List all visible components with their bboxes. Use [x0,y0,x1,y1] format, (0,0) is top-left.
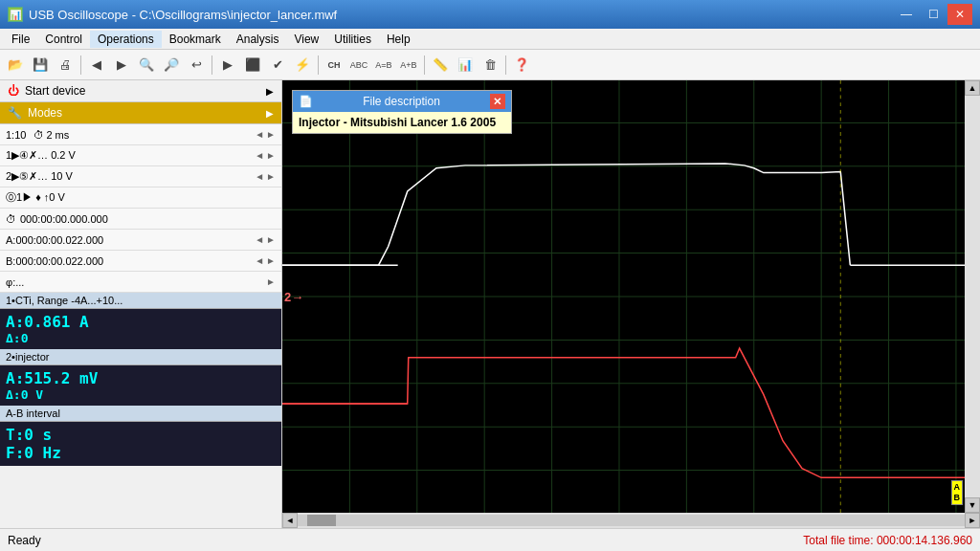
run-button[interactable]: ▶ [216,54,239,77]
maximize-button[interactable]: ☐ [921,4,946,25]
phase-row: φ:... ► [0,272,281,293]
scale-value: 1:10 [6,129,26,141]
trigger-button[interactable]: ⚡ [291,54,314,77]
start-device-button[interactable]: ⏻ Start device ▶ [0,80,281,102]
toolbar: 📂 💾 🖨 ◀ ▶ 🔍 🔎 ↩ ▶ ⬛ ✔ ⚡ CH ABC A=B A+B 📏… [0,50,980,80]
timebase-icon: ⏱ [33,129,44,141]
scale-right-icon[interactable]: ► [266,129,276,140]
titlebar-left: 📊 USB Oscilloscope - C:\Oscillograms\inj… [8,7,337,22]
measure-button[interactable]: 📏 [429,54,452,77]
ch1-amplitude: A:0.861 A [6,313,89,331]
close-button[interactable]: ✕ [947,4,972,25]
status-text: Ready [8,534,41,547]
modes-icon: 🔧 [8,106,22,120]
scope-canvas [282,80,965,513]
scroll-right-button[interactable]: ► [965,513,980,528]
ch2-right-icon[interactable]: ► [266,171,276,182]
cursor-b-left-icon[interactable]: ◄ [255,255,264,266]
file-desc-text: Injector - Mitsubishi Lancer 1.6 2005 [299,116,496,129]
ch1-header: 1•CTi, Range -4A...+10... [0,293,281,309]
interval-header-label: A-B interval [6,408,60,419]
abc-button[interactable]: ABC [347,54,370,77]
ab-button[interactable]: A=B [372,54,395,77]
ch2-left-icon[interactable]: ◄ [255,171,264,182]
menu-operations[interactable]: Operations [90,31,162,48]
file-description-popup: 📄 File description ✕ Injector - Mitsubis… [292,90,512,134]
ch-config-button[interactable]: CH [323,54,345,77]
stop-button[interactable]: ⬛ [241,54,264,77]
sep1 [80,55,81,75]
minimize-button[interactable]: — [894,4,919,25]
menu-control[interactable]: Control [37,31,90,48]
menubar: File Control Operations Bookmark Analysi… [0,29,980,50]
spectrum-button[interactable]: 📊 [454,54,477,77]
menu-utilities[interactable]: Utilities [326,31,379,48]
cursor-b-row: B:000:00:00.022.000 ◄ ► [0,251,281,272]
undo-button[interactable]: ↩ [185,54,208,77]
app-icon: 📊 [8,7,23,22]
modes-arrow-icon: ▶ [266,108,274,119]
sep4 [424,55,425,75]
cursor-a-arrows: ◄ ► [255,234,276,245]
scale-arrows: ◄ ► [255,129,276,140]
print-button[interactable]: 🖨 [54,54,77,77]
zoom-out-button[interactable]: 🔎 [160,54,183,77]
menu-analysis[interactable]: Analysis [229,31,287,48]
open-button[interactable]: 📂 [4,54,27,77]
cursor-a-left-icon[interactable]: ◄ [255,234,264,245]
main-content: ⏻ Start device ▶ 🔧 Modes ▶ 1:10 ⏱ 2 ms ◄… [0,80,980,528]
start-device-label: Start device [25,84,85,98]
scroll-up-button[interactable]: ▲ [965,80,980,96]
scroll-track[interactable] [298,515,965,526]
ch1-settings-row: 1▶④✗… 0.2 V ◄ ► [0,145,281,166]
scroll-down-button[interactable]: ▼ [965,497,980,513]
cursor-b-value: B:000:00:00.022.000 [6,255,103,267]
modes-button[interactable]: 🔧 Modes ▶ [0,102,281,124]
prev-button[interactable]: ◀ [85,54,108,77]
modes-label: Modes [28,106,62,120]
ch1-data-block: A:0.861 A Δ:0 [0,309,281,349]
math-label: ⓪1▶ ♦ ↑0 V [6,190,65,205]
menu-help[interactable]: Help [379,31,418,48]
menu-file[interactable]: File [4,31,37,48]
ch2-data-block: A:515.2 mV Δ:0 V [0,365,281,406]
next-button[interactable]: ▶ [110,54,133,77]
horizontal-scrollbar[interactable]: ◄ ► [282,513,980,528]
ch2-amplitude: A:515.2 mV [6,369,98,387]
scope-area[interactable]: 📄 File description ✕ Injector - Mitsubis… [282,80,965,513]
file-desc-title: File description [363,95,440,108]
right-section: 📄 File description ✕ Injector - Mitsubis… [282,80,980,528]
zoom-in-button[interactable]: 🔍 [135,54,158,77]
ch1-header-label: 1•CTi, Range -4A...+10... [6,295,122,306]
help-button[interactable]: ❓ [510,54,533,77]
ch1-left-icon[interactable]: ◄ [255,150,264,161]
ch1-delta: Δ:0 [6,331,276,345]
scroll-left-button[interactable]: ◄ [282,513,298,528]
time-value: 000:00:00.000.000 [20,213,108,225]
vertical-scrollbar[interactable]: ▲ ▼ [965,80,980,513]
save-button[interactable]: 💾 [29,54,52,77]
delete-button[interactable]: 🗑 [479,54,501,77]
ch1-settings-label: 1▶④✗… 0.2 V [6,149,76,162]
menu-view[interactable]: View [286,31,326,48]
phase-arrows: ► [266,276,276,287]
cursor-a-row: A:000:00:00.022.000 ◄ ► [0,230,281,251]
phase-right-icon[interactable]: ► [266,276,276,287]
add-button[interactable]: A+B [397,54,420,77]
check-button[interactable]: ✔ [266,54,289,77]
scale-left-icon[interactable]: ◄ [255,129,264,140]
cursor-b-right-icon[interactable]: ► [266,255,276,266]
menu-bookmark[interactable]: Bookmark [162,31,229,48]
interval-header: A-B interval [0,406,281,422]
cursor-a-right-icon[interactable]: ► [266,234,276,245]
start-arrow-icon: ▶ [266,86,274,97]
scope-with-scroll: 📄 File description ✕ Injector - Mitsubis… [282,80,980,513]
scroll-thumb-h[interactable] [307,515,336,526]
file-desc-close-button[interactable]: ✕ [490,94,505,109]
ch2-marker-text: 2→ [284,290,303,304]
interval-f: F:0 Hz [6,444,276,462]
ch1-arrows: ◄ ► [255,150,276,161]
ch1-right-icon[interactable]: ► [266,150,276,161]
ab-marker-text: AB [954,482,961,502]
ch2-settings-label: 2▶⑤✗… 10 V [6,170,73,183]
